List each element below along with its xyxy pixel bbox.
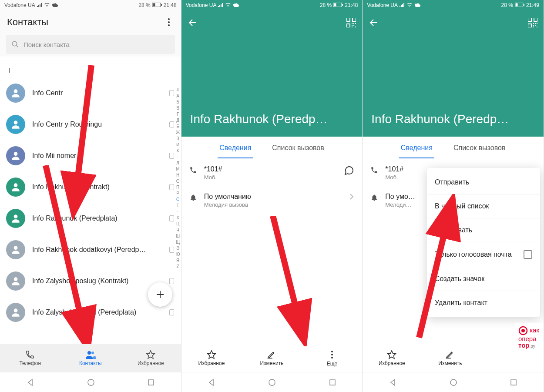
alpha-letter[interactable]: З bbox=[177, 136, 179, 141]
svg-rect-45 bbox=[533, 23, 534, 24]
contacts-list[interactable]: I Info CentrInfo Centr y RouminguInfo Mi… bbox=[0, 57, 181, 344]
svg-rect-2 bbox=[161, 4, 162, 6]
popup-voicemail-only[interactable]: Только голосовая почта bbox=[427, 242, 540, 267]
back-icon[interactable] bbox=[369, 17, 379, 28]
alpha-letter[interactable]: # bbox=[177, 87, 179, 93]
alpha-letter[interactable]: М bbox=[176, 166, 179, 172]
alpha-letter[interactable]: · bbox=[177, 209, 178, 214]
search-input[interactable]: Поиск контакта bbox=[6, 35, 175, 54]
alpha-letter[interactable]: Л bbox=[176, 160, 179, 166]
alpha-letter[interactable]: С bbox=[176, 197, 179, 202]
add-contact-fab[interactable] bbox=[148, 282, 172, 307]
more-icon bbox=[327, 349, 337, 360]
tab-details[interactable]: Сведения bbox=[218, 138, 253, 158]
popup-blacklist[interactable]: В черный список bbox=[427, 194, 540, 218]
back-nav-icon[interactable] bbox=[208, 379, 215, 386]
alpha-letter[interactable]: Г bbox=[177, 111, 179, 117]
svg-rect-47 bbox=[537, 23, 537, 24]
svg-point-36 bbox=[269, 379, 275, 385]
contact-row[interactable]: Info Centr bbox=[0, 77, 181, 109]
bell-icon bbox=[370, 193, 379, 203]
edit-button[interactable]: Изменить bbox=[421, 344, 479, 372]
back-nav-icon[interactable] bbox=[27, 379, 34, 386]
contact-row[interactable]: Info Rakhunok dodatkovyi (Peredp… bbox=[0, 234, 181, 265]
alpha-letter[interactable]: П bbox=[176, 184, 179, 190]
recent-nav-icon[interactable] bbox=[148, 379, 154, 386]
popup-send[interactable]: Отправить bbox=[427, 171, 540, 194]
back-nav-icon[interactable] bbox=[389, 379, 397, 386]
alpha-letter[interactable]: O bbox=[176, 178, 180, 184]
contact-row[interactable]: Info Mii nomer bbox=[0, 140, 181, 171]
alpha-letter[interactable]: Я bbox=[176, 258, 179, 263]
svg-rect-24 bbox=[346, 18, 350, 21]
svg-point-55 bbox=[521, 329, 525, 332]
contact-row[interactable]: Info Rakhunok (Kontrakt) bbox=[0, 171, 181, 203]
svg-rect-44 bbox=[528, 24, 531, 27]
tab-call-log[interactable]: Список вызовов bbox=[452, 138, 507, 158]
alpha-letter[interactable]: К bbox=[177, 148, 179, 154]
bottom-tab-contacts[interactable]: Контакты bbox=[60, 344, 121, 372]
alpha-letter[interactable]: · bbox=[177, 154, 178, 160]
svg-rect-39 bbox=[515, 3, 517, 7]
alpha-letter[interactable]: Н bbox=[176, 172, 179, 178]
svg-point-7 bbox=[14, 152, 18, 156]
alpha-letter[interactable]: В bbox=[176, 105, 179, 111]
signal-icon bbox=[218, 2, 223, 8]
tab-details[interactable]: Сведения bbox=[399, 138, 434, 158]
contact-name: Info Mii nomer bbox=[32, 152, 162, 160]
svg-rect-1 bbox=[153, 3, 155, 7]
avatar bbox=[6, 303, 25, 322]
alpha-letter[interactable]: Т bbox=[177, 203, 179, 208]
alpha-letter[interactable]: И bbox=[176, 142, 179, 147]
bottom-tab-star[interactable]: Избранное bbox=[121, 344, 181, 372]
alpha-letter[interactable]: Ч bbox=[176, 227, 179, 233]
ringtone-row[interactable]: По умолчанию Мелодия вызова bbox=[181, 187, 363, 214]
tab-call-log[interactable]: Список вызовов bbox=[270, 138, 326, 158]
home-nav-icon[interactable] bbox=[268, 379, 276, 386]
recent-nav-icon[interactable] bbox=[510, 379, 517, 386]
contact-row[interactable]: Info Rakhunok (Peredplata) bbox=[0, 203, 181, 234]
qr-icon[interactable] bbox=[528, 18, 537, 27]
message-icon[interactable] bbox=[344, 165, 354, 178]
contact-name: Info Centr bbox=[32, 89, 162, 97]
alpha-letter[interactable]: Б bbox=[176, 99, 179, 105]
alphabet-index[interactable]: #AБВГДEЖЗИК·ЛМНOПРСТ·ХЦЧШЩЭЮЯZ bbox=[176, 87, 180, 269]
recent-nav-icon[interactable] bbox=[329, 379, 336, 386]
alpha-letter[interactable]: Э bbox=[176, 245, 179, 251]
more-button[interactable]: Еще bbox=[302, 344, 363, 372]
contact-row[interactable]: Info Centr y Roumingu bbox=[0, 109, 181, 140]
phone-row[interactable]: *101# Моб. bbox=[181, 159, 363, 187]
popup-create-shortcut[interactable]: Создать значок bbox=[427, 267, 540, 291]
alpha-letter[interactable]: Р bbox=[176, 191, 179, 196]
alpha-letter[interactable]: Д bbox=[176, 117, 179, 123]
alpha-letter[interactable]: E bbox=[176, 124, 179, 129]
more-icon[interactable] bbox=[164, 17, 174, 27]
wifi-icon bbox=[44, 2, 50, 8]
bottom-tab-phone[interactable]: Телефон bbox=[0, 344, 60, 372]
alpha-letter[interactable]: Ю bbox=[176, 251, 180, 257]
wifi-icon bbox=[225, 2, 231, 8]
favorite-button[interactable]: Избранное bbox=[363, 344, 421, 372]
home-nav-icon[interactable] bbox=[87, 379, 95, 386]
alpha-letter[interactable]: Щ bbox=[176, 239, 180, 245]
alpha-letter[interactable]: Z bbox=[177, 264, 179, 269]
edit-button[interactable]: Изменить bbox=[242, 344, 302, 372]
alpha-letter[interactable]: A bbox=[176, 93, 179, 99]
favorite-button[interactable]: Избранное bbox=[181, 344, 242, 372]
contact-name: Info Rakhunok dodatkovyi (Peredp… bbox=[32, 246, 162, 254]
svg-point-11 bbox=[14, 277, 18, 281]
checkbox[interactable] bbox=[524, 250, 532, 259]
detail-body: *101# Моб. По умо… Мелоди… Отправить В ч… bbox=[363, 159, 544, 344]
qr-icon[interactable] bbox=[346, 18, 356, 27]
popup-delete-contact[interactable]: Удалить контакт bbox=[427, 291, 540, 315]
alpha-letter[interactable]: Ж bbox=[176, 130, 180, 135]
pencil-icon bbox=[445, 350, 455, 359]
alpha-letter[interactable]: Х bbox=[176, 215, 179, 221]
alpha-letter[interactable]: Ц bbox=[176, 221, 179, 227]
alpha-letter[interactable]: Ш bbox=[176, 233, 180, 239]
home-nav-icon[interactable] bbox=[450, 379, 457, 386]
svg-marker-34 bbox=[208, 351, 215, 358]
popup-copy[interactable]: Копировать bbox=[427, 218, 540, 242]
back-icon[interactable] bbox=[188, 17, 198, 28]
avatar bbox=[6, 209, 25, 228]
